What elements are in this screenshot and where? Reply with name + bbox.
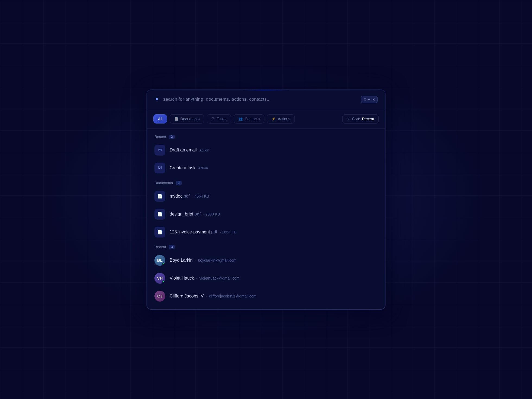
documents-count: 3 xyxy=(176,181,182,185)
contact-boyd-name: Boyd Larkin xyxy=(170,258,193,263)
contact-boyd-email: boydlarkin@gmail.com xyxy=(198,258,236,262)
contact-clifford-name: Clifford Jacobs IV xyxy=(170,294,204,299)
contact-clifford-email: cliffordjacobs91@gmail.com xyxy=(209,294,256,298)
recent-actions-count: 2 xyxy=(169,135,175,139)
filter-contacts-label: Contacts xyxy=(245,117,259,121)
filter-btn-all[interactable]: All xyxy=(153,114,167,123)
doc-design-brief-name: design_brief.pdf xyxy=(170,212,201,217)
doc-icon-mydoc: 📄 xyxy=(154,191,165,202)
online-indicator-violet xyxy=(162,280,165,283)
sparkle-icon: ✦ xyxy=(154,96,159,103)
action-lightning-icon: ⚡ xyxy=(271,117,276,121)
contact-item-violet[interactable]: VH Violet Hauck · violethuack@gmail.com xyxy=(147,269,385,287)
filter-actions-label: Actions xyxy=(278,117,290,121)
action-create-task-type: Action xyxy=(198,166,208,170)
doc-item-invoice[interactable]: 📄 123-invoice-payment.pdf · 1654 KB xyxy=(147,223,385,241)
action-item-create-task-content: Create a task Action xyxy=(170,166,208,170)
search-modal: ✦ search for anything, documents, action… xyxy=(147,90,385,310)
doc-item-mydoc[interactable]: 📄 mydoc.pdf · 4564 KB xyxy=(147,187,385,205)
doc-design-brief-meta: · 2890 KB xyxy=(203,212,220,216)
doc-item-mydoc-content: mydoc.pdf · 4564 KB xyxy=(170,194,209,199)
contact-clifford-info: Clifford Jacobs IV · cliffordjacobs91@gm… xyxy=(170,294,256,299)
contact-item-boyd[interactable]: BL Boyd Larkin · boydlarkin@gmail.com xyxy=(147,251,385,269)
filter-all-label: All xyxy=(158,117,162,121)
task-icon: ☑ xyxy=(211,117,215,121)
filter-btn-actions[interactable]: ⚡ Actions xyxy=(267,114,295,123)
doc-item-design-brief[interactable]: 📄 design_brief.pdf · 2890 KB xyxy=(147,205,385,223)
filter-btn-contacts[interactable]: 👥 Contacts xyxy=(234,114,264,123)
sort-prefix: Sort: xyxy=(352,117,360,121)
action-item-draft-email[interactable]: ✉ Draft an email Action xyxy=(147,141,385,159)
contact-boyd-info: Boyd Larkin · boydlarkin@gmail.com xyxy=(170,258,236,263)
contact-item-clifford[interactable]: CJ Clifford Jacobs IV · cliffordjacobs91… xyxy=(147,287,385,305)
doc-mydoc-name: mydoc.pdf xyxy=(170,194,190,199)
recent-contacts-title: Recent xyxy=(154,245,166,249)
contact-violet-info: Violet Hauck · violethuack@gmail.com xyxy=(170,276,239,281)
avatar-violet: VH xyxy=(154,273,165,284)
avatar-boyd: BL xyxy=(154,255,165,266)
sort-button[interactable]: ⇅ Sort: Recent xyxy=(342,114,379,123)
doc-mydoc-meta: · 4564 KB xyxy=(192,194,209,198)
contact-violet-email: violethuack@gmail.com xyxy=(199,276,239,280)
action-item-draft-email-content: Draft an email Action xyxy=(170,148,209,153)
recent-actions-header: Recent 2 xyxy=(147,131,385,141)
recent-contacts-header: Recent 3 xyxy=(147,241,385,251)
recent-contacts-count: 3 xyxy=(169,245,175,249)
avatar-violet-initials: VH xyxy=(157,276,163,280)
document-icon: 📄 xyxy=(174,117,179,121)
action-draft-email-name: Draft an email xyxy=(170,148,197,153)
avatar-clifford: CJ xyxy=(154,291,165,302)
doc-item-invoice-content: 123-invoice-payment.pdf · 1654 KB xyxy=(170,230,237,235)
search-placeholder[interactable]: search for anything, documents, actions,… xyxy=(163,97,357,102)
results-content: Recent 2 ✉ Draft an email Action ☑ Creat… xyxy=(147,129,385,309)
recent-actions-title: Recent xyxy=(154,135,166,139)
doc-invoice-meta: · 1654 KB xyxy=(220,230,237,234)
search-bar[interactable]: ✦ search for anything, documents, action… xyxy=(147,90,385,109)
doc-item-design-brief-content: design_brief.pdf · 2890 KB xyxy=(170,212,220,217)
online-indicator-boyd xyxy=(162,262,165,265)
doc-icon-design-brief: 📄 xyxy=(154,209,165,220)
sort-value: Recent xyxy=(362,117,374,121)
filter-btn-tasks[interactable]: ☑ Tasks xyxy=(207,114,231,123)
avatar-clifford-initials: CJ xyxy=(157,294,162,298)
action-item-create-task[interactable]: ☑ Create a task Action xyxy=(147,159,385,177)
keyboard-shortcut-hint: ⌘ + K xyxy=(361,96,378,103)
doc-icon-invoice: 📄 xyxy=(154,227,165,237)
filter-bar: All 📄 Documents ☑ Tasks 👥 Contacts ⚡ Act… xyxy=(147,109,385,129)
sort-arrows-icon: ⇅ xyxy=(347,117,350,121)
contact-violet-name: Violet Hauck xyxy=(170,276,194,281)
filter-documents-label: Documents xyxy=(180,117,200,121)
action-create-task-name: Create a task xyxy=(170,166,195,170)
action-draft-email-type: Action xyxy=(199,148,209,152)
documents-title: Documents xyxy=(154,181,173,185)
documents-header: Documents 3 xyxy=(147,177,385,187)
doc-invoice-name: 123-invoice-payment.pdf xyxy=(170,230,217,235)
contacts-icon: 👥 xyxy=(238,117,243,121)
email-action-icon: ✉ xyxy=(154,145,165,156)
filter-tasks-label: Tasks xyxy=(217,117,226,121)
task-action-icon: ☑ xyxy=(154,163,165,173)
filter-btn-documents[interactable]: 📄 Documents xyxy=(170,114,204,123)
avatar-boyd-initials: BL xyxy=(157,258,163,262)
